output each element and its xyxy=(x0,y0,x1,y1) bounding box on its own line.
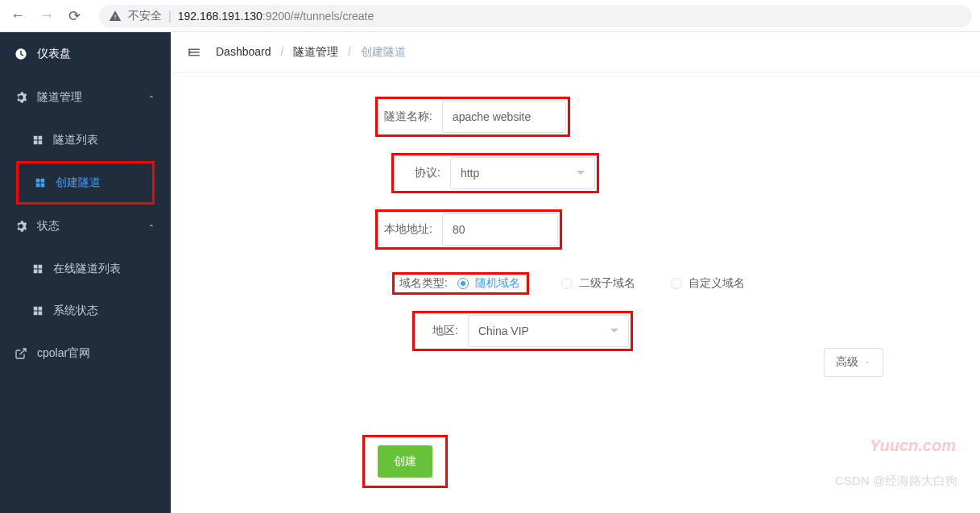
collapse-sidebar-button[interactable] xyxy=(187,45,201,60)
sidebar-item-status[interactable]: 状态 xyxy=(0,205,171,248)
radio-sub-domain[interactable]: 二级子域名 xyxy=(561,276,635,291)
grid-icon xyxy=(32,134,43,146)
sidebar-label-dashboard: 仪表盘 xyxy=(37,47,71,61)
protocol-label: 协议: xyxy=(395,166,450,180)
chevron-down-icon xyxy=(863,358,871,366)
sidebar-item-online-tunnels[interactable]: 在线隧道列表 xyxy=(0,248,171,290)
chevron-up-icon xyxy=(147,91,156,104)
sidebar-item-dashboard[interactable]: 仪表盘 xyxy=(0,32,171,76)
radio-random-domain[interactable]: 随机域名 xyxy=(457,276,525,291)
create-button[interactable]: 创建 xyxy=(378,445,432,478)
chevron-up-icon xyxy=(147,220,156,233)
sidebar-item-create-tunnel[interactable]: 创建隧道 xyxy=(20,165,151,201)
url-text: 192.168.191.130:9200/#/tunnels/create xyxy=(178,10,374,23)
browser-toolbar: ← → ⟳ 不安全 | 192.168.191.130:9200/#/tunne… xyxy=(0,0,980,32)
sidebar-label-status: 状态 xyxy=(37,219,60,234)
sidebar-label-tunnel-mgmt: 隧道管理 xyxy=(37,90,82,105)
back-button[interactable]: ← xyxy=(8,7,27,24)
protocol-select[interactable]: http xyxy=(450,157,595,189)
security-label: 不安全 xyxy=(128,9,162,23)
sidebar-item-tunnel-mgmt[interactable]: 隧道管理 xyxy=(0,76,171,119)
external-link-icon xyxy=(14,347,27,360)
url-bar[interactable]: 不安全 | 192.168.191.130:9200/#/tunnels/cre… xyxy=(99,5,972,27)
sidebar-label-cpolar-site: cpolar官网 xyxy=(37,346,90,361)
forward-button[interactable]: → xyxy=(37,7,56,24)
sidebar-item-system-status[interactable]: 系统状态 xyxy=(0,290,171,332)
grid-icon xyxy=(32,263,43,275)
create-tunnel-form: 隧道名称: 协议: http 本地地址: 域名类型: xyxy=(171,72,980,512)
advanced-button[interactable]: 高级 xyxy=(824,348,883,377)
breadcrumb-create-tunnel: 创建隧道 xyxy=(361,45,406,58)
top-bar: Dashboard / 隧道管理 / 创建隧道 xyxy=(171,32,980,72)
tunnel-name-label: 隧道名称: xyxy=(379,110,442,124)
main-content: Dashboard / 隧道管理 / 创建隧道 隧道名称: 协议: http xyxy=(171,32,980,513)
sidebar-item-tunnel-list[interactable]: 隧道列表 xyxy=(0,119,171,161)
sidebar-label-create-tunnel: 创建隧道 xyxy=(56,176,101,190)
dashboard-icon xyxy=(14,48,27,60)
gear-icon xyxy=(14,220,27,233)
sidebar-label-system-status: 系统状态 xyxy=(53,304,98,318)
breadcrumb: Dashboard / 隧道管理 / 创建隧道 xyxy=(216,45,406,60)
domain-type-label: 域名类型: xyxy=(396,276,457,291)
breadcrumb-dashboard[interactable]: Dashboard xyxy=(216,45,271,58)
reload-button[interactable]: ⟳ xyxy=(66,7,83,25)
local-addr-label: 本地地址: xyxy=(379,222,442,237)
gear-icon xyxy=(14,91,27,104)
grid-icon xyxy=(35,177,46,188)
insecure-icon xyxy=(109,10,122,23)
sidebar-label-online-tunnels: 在线隧道列表 xyxy=(53,262,121,276)
region-label: 地区: xyxy=(416,324,468,338)
sidebar-label-tunnel-list: 隧道列表 xyxy=(53,133,98,147)
local-addr-input[interactable] xyxy=(442,213,558,246)
breadcrumb-tunnel-mgmt[interactable]: 隧道管理 xyxy=(293,45,338,58)
radio-custom-domain[interactable]: 自定义域名 xyxy=(671,276,745,291)
sidebar: 仪表盘 隧道管理 隧道列表 创建隧道 xyxy=(0,32,171,513)
grid-icon xyxy=(32,305,43,316)
sidebar-item-cpolar-site[interactable]: cpolar官网 xyxy=(0,332,171,375)
tunnel-name-input[interactable] xyxy=(442,101,566,133)
region-select[interactable]: China VIP xyxy=(468,315,629,347)
